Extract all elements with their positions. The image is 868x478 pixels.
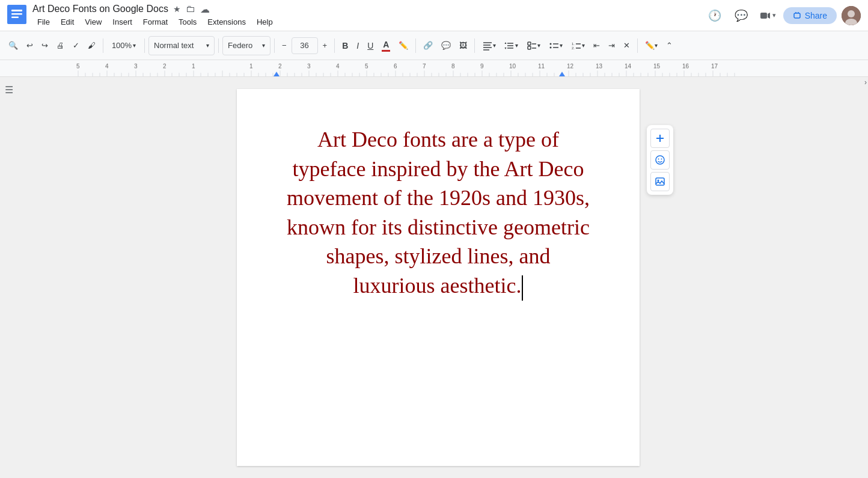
align-button[interactable]: ▾: [478, 36, 500, 55]
separator-5: [334, 38, 335, 53]
font-label: Federo: [228, 41, 252, 50]
doc-title[interactable]: Art Deco Fonts on Google Docs: [32, 4, 168, 14]
doc-title-row: Art Deco Fonts on Google Docs ★ 🗀 ☁: [32, 4, 704, 15]
svg-rect-3: [11, 16, 19, 18]
menu-item-edit[interactable]: Edit: [56, 16, 79, 28]
add-block-button[interactable]: [650, 129, 670, 148]
number-list-button[interactable]: 1.2. ▾: [567, 36, 588, 55]
toolbar: 🔍 ↩ ↪ 🖨 ✓ 🖌 100% ▾ Normal text ▾ Federo …: [0, 31, 868, 60]
doc-area[interactable]: Art Deco fonts are a type of typeface in…: [18, 77, 858, 478]
collapse-right-icon[interactable]: ›: [864, 78, 867, 87]
insert-image-button[interactable]: 🖼: [456, 36, 471, 55]
title-bar-right: 🕐 💬 ▾ Share: [704, 5, 861, 26]
font-select[interactable]: Federo ▾: [222, 36, 270, 55]
menu-item-help[interactable]: Help: [252, 16, 278, 28]
meet-button[interactable]: ▾: [757, 5, 778, 26]
svg-rect-35: [656, 178, 664, 185]
title-section: Art Deco Fonts on Google Docs ★ 🗀 ☁ File…: [32, 4, 704, 28]
history-button[interactable]: 🕐: [704, 5, 726, 26]
font-increase-button[interactable]: +: [319, 36, 331, 55]
emoji-button[interactable]: [650, 150, 670, 170]
sidebar-left: ☰: [0, 77, 18, 478]
style-select[interactable]: Normal text ▾: [148, 36, 215, 55]
folder-icon[interactable]: 🗀: [186, 4, 195, 14]
svg-point-34: [661, 159, 662, 160]
undo-button[interactable]: ↩: [23, 36, 37, 55]
zoom-button[interactable]: 100% ▾: [107, 36, 141, 55]
insert-image-float-button[interactable]: [650, 172, 670, 191]
bold-button[interactable]: B: [338, 36, 352, 55]
separator-3: [218, 38, 219, 53]
italic-button[interactable]: I: [353, 36, 362, 55]
star-icon[interactable]: ★: [173, 4, 181, 14]
cloud-icon: ☁: [200, 4, 210, 15]
style-label: Normal text: [154, 41, 194, 50]
menu-item-tools[interactable]: Tools: [174, 16, 201, 28]
svg-rect-6: [794, 13, 800, 18]
svg-point-22: [550, 43, 552, 44]
redo-button[interactable]: ↪: [38, 36, 52, 55]
main-area: ☰ Art Deco fonts are a type of typeface …: [0, 77, 868, 478]
ruler-wrapper: [0, 60, 868, 77]
font-decrease-button[interactable]: −: [278, 36, 290, 55]
svg-rect-1: [11, 10, 22, 11]
separator-4: [274, 38, 275, 53]
svg-marker-5: [768, 13, 770, 19]
underline-button[interactable]: U: [364, 36, 377, 55]
svg-rect-20: [528, 46, 531, 49]
svg-text:1.: 1.: [572, 42, 575, 46]
paint-format-button[interactable]: 🖌: [84, 36, 99, 55]
separator-1: [103, 38, 103, 53]
clear-format-button[interactable]: ✕: [620, 36, 634, 55]
outline-icon[interactable]: ☰: [5, 84, 13, 96]
ruler-canvas: [0, 60, 868, 76]
menu-item-view[interactable]: View: [80, 16, 106, 28]
svg-point-33: [658, 159, 659, 160]
collapse-button[interactable]: ⌃: [662, 36, 676, 55]
zoom-label: 100%: [112, 41, 132, 50]
text-color-button[interactable]: A: [378, 36, 394, 55]
user-avatar[interactable]: [842, 6, 861, 25]
cursor: [522, 275, 523, 301]
menu-item-extensions[interactable]: Extensions: [203, 16, 251, 28]
bullet-list-button[interactable]: ▾: [545, 36, 566, 55]
indent-decrease-button[interactable]: ⇤: [590, 36, 604, 55]
insert-comment-button[interactable]: 💬: [438, 36, 454, 55]
float-sidebar: [647, 125, 673, 195]
page: Art Deco fonts are a type of typeface in…: [237, 89, 640, 466]
separator-2: [144, 38, 145, 53]
separator-8: [637, 38, 638, 53]
separator-7: [474, 38, 475, 53]
menu-item-insert[interactable]: Insert: [108, 16, 137, 28]
line-spacing-button[interactable]: ▾: [501, 36, 522, 55]
indent-increase-button[interactable]: ⇥: [605, 36, 619, 55]
comments-button[interactable]: 💬: [730, 5, 752, 26]
svg-point-32: [656, 156, 664, 164]
print-button[interactable]: 🖨: [53, 36, 68, 55]
share-label: Share: [805, 11, 827, 20]
separator-6: [415, 38, 416, 53]
svg-rect-2: [11, 13, 22, 15]
doc-content[interactable]: Art Deco fonts are a type of typeface in…: [285, 125, 591, 301]
edit-pen-button[interactable]: ✏️ ▾: [641, 36, 661, 55]
menu-bar: FileEditViewInsertFormatToolsExtensionsH…: [32, 16, 704, 28]
text-color-bar: [382, 50, 390, 52]
right-scroll-area[interactable]: ›: [858, 77, 868, 478]
svg-point-24: [550, 46, 552, 48]
svg-marker-16: [505, 42, 507, 44]
svg-rect-18: [528, 42, 531, 45]
share-button[interactable]: Share: [783, 7, 837, 24]
svg-marker-17: [505, 47, 507, 49]
search-button[interactable]: 🔍: [5, 36, 22, 55]
link-button[interactable]: 🔗: [420, 36, 436, 55]
spellcheck-button[interactable]: ✓: [69, 36, 83, 55]
highlight-button[interactable]: ✏️: [395, 36, 412, 55]
checklist-button[interactable]: ▾: [523, 36, 544, 55]
text-color-icon: A: [383, 40, 389, 49]
font-size-input[interactable]: [292, 37, 318, 54]
menu-item-file[interactable]: File: [32, 16, 55, 28]
menu-item-format[interactable]: Format: [138, 16, 173, 28]
svg-text:2.: 2.: [572, 46, 575, 50]
docs-logo: [7, 5, 26, 26]
title-bar: Art Deco Fonts on Google Docs ★ 🗀 ☁ File…: [0, 0, 868, 31]
